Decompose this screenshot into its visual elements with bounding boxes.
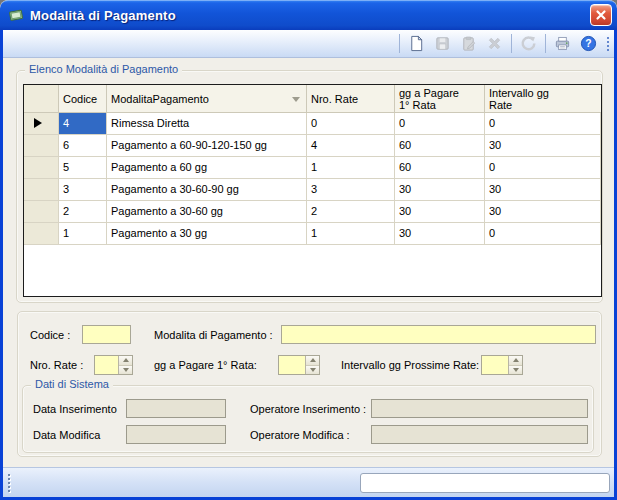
intervallo-field[interactable] [482, 356, 508, 374]
cell-codice[interactable]: 6 [59, 135, 107, 157]
row-selector[interactable] [24, 113, 59, 135]
spin-up-icon[interactable] [119, 356, 132, 365]
col-label: Rate [489, 99, 597, 111]
table-row[interactable]: 6 Pagamento a 60-90-120-150 gg 4 60 30 [24, 135, 601, 157]
row-selector[interactable] [24, 157, 59, 179]
new-button[interactable] [405, 32, 428, 55]
col-label: gg a Pagare [399, 87, 480, 99]
statusbar-grip-handle[interactable] [8, 474, 10, 492]
col-label: 1° Rata [399, 99, 480, 111]
row-selector[interactable] [24, 179, 59, 201]
cell-intervallo[interactable]: 30 [485, 201, 601, 223]
cell-codice[interactable]: 3 [59, 179, 107, 201]
delete-button[interactable] [483, 32, 506, 55]
edit-icon [460, 35, 477, 52]
print-button[interactable] [551, 32, 574, 55]
toolbar-overflow-handle[interactable] [605, 32, 611, 55]
client-area: Elenco Modalità di Pagamento Codice Moda… [3, 58, 614, 467]
cell-modalita[interactable]: Pagamento a 30-60 gg [107, 201, 307, 223]
operatore-inserimento-field [371, 399, 588, 418]
row-selector[interactable] [24, 135, 59, 157]
page-title: Modalità di Pagamento [30, 8, 176, 23]
sort-desc-icon [292, 97, 300, 102]
help-icon: ? [580, 35, 597, 52]
table-row[interactable]: 4 Rimessa Diretta 0 0 0 [24, 113, 601, 135]
toolbar-separator [399, 34, 400, 53]
statusbar-field[interactable] [360, 473, 610, 493]
cell-intervallo[interactable]: 30 [485, 135, 601, 157]
modalita-field[interactable] [281, 325, 596, 344]
cell-codice[interactable]: 2 [59, 201, 107, 223]
payment-app-icon [7, 6, 25, 24]
refresh-button[interactable] [517, 32, 540, 55]
save-button[interactable] [431, 32, 454, 55]
cell-gg-rata[interactable]: 30 [395, 179, 485, 201]
cell-gg-rata[interactable]: 30 [395, 223, 485, 245]
cell-codice[interactable]: 5 [59, 157, 107, 179]
row-selector[interactable] [24, 201, 59, 223]
spin-down-icon[interactable] [306, 365, 319, 375]
gg-rata-label: gg a Pagare 1° Rata: [154, 359, 257, 372]
cell-gg-rata[interactable]: 60 [395, 135, 485, 157]
payment-methods-grid: Codice ModalitaPagamento Nro. Rate gg a … [23, 84, 602, 297]
cell-nro-rate[interactable]: 2 [307, 201, 395, 223]
spin-up-icon[interactable] [306, 356, 319, 365]
col-header-intervallo[interactable]: Intervallo gg Rate [485, 85, 601, 113]
col-header-nro-rate[interactable]: Nro. Rate [307, 85, 395, 113]
cell-nro-rate[interactable]: 1 [307, 157, 395, 179]
cell-intervallo[interactable]: 0 [485, 223, 601, 245]
cell-modalita[interactable]: Pagamento a 60-90-120-150 gg [107, 135, 307, 157]
col-label: Codice [63, 93, 102, 105]
spin-down-icon[interactable] [509, 365, 522, 375]
cell-modalita[interactable]: Pagamento a 60 gg [107, 157, 307, 179]
gg-rata-field[interactable] [279, 356, 305, 374]
cell-intervallo[interactable]: 0 [485, 157, 601, 179]
row-selector[interactable] [24, 223, 59, 245]
nro-rate-field[interactable] [95, 356, 118, 374]
dati-sistema-label: Dati di Sistema [31, 378, 113, 390]
cell-modalita[interactable]: Rimessa Diretta [107, 113, 307, 135]
close-button[interactable] [590, 4, 612, 26]
cell-gg-rata[interactable]: 0 [395, 113, 485, 135]
svg-text:?: ? [585, 38, 591, 49]
toolbar-separator [511, 34, 512, 53]
cell-nro-rate[interactable]: 4 [307, 135, 395, 157]
edit-button[interactable] [457, 32, 480, 55]
elenco-group-label: Elenco Modalità di Pagamento [25, 63, 182, 75]
refresh-icon [520, 35, 537, 52]
cell-modalita[interactable]: Pagamento a 30-60-90 gg [107, 179, 307, 201]
delete-icon [486, 35, 503, 52]
cell-nro-rate[interactable]: 1 [307, 223, 395, 245]
gg-rata-stepper [278, 355, 320, 375]
cell-intervallo[interactable]: 30 [485, 179, 601, 201]
statusbar [3, 467, 614, 497]
col-header-modalita[interactable]: ModalitaPagamento [107, 85, 307, 113]
table-row[interactable]: 5 Pagamento a 60 gg 1 60 0 [24, 157, 601, 179]
cell-nro-rate[interactable]: 3 [307, 179, 395, 201]
cell-modalita[interactable]: Pagamento a 30 gg [107, 223, 307, 245]
cell-intervallo[interactable]: 0 [485, 113, 601, 135]
dati-sistema-groupbox: Dati di Sistema Data Inserimento Operato… [22, 385, 594, 453]
grid-corner-header [24, 85, 59, 113]
data-inserimento-label: Data Inserimento [33, 403, 117, 416]
spin-up-icon[interactable] [509, 356, 522, 365]
help-button[interactable]: ? [577, 32, 600, 55]
modalita-label: Modalita di Pagamento : [154, 329, 273, 342]
cell-gg-rata[interactable]: 30 [395, 201, 485, 223]
col-label: Nro. Rate [311, 93, 390, 105]
window-border [0, 30, 3, 500]
cell-nro-rate[interactable]: 0 [307, 113, 395, 135]
table-row[interactable]: 2 Pagamento a 30-60 gg 2 30 30 [24, 201, 601, 223]
app-window: Modalità di Pagamento [0, 0, 617, 500]
spin-down-icon[interactable] [119, 365, 132, 375]
cell-codice[interactable]: 4 [59, 113, 107, 135]
col-header-codice[interactable]: Codice [59, 85, 107, 113]
codice-label: Codice : [30, 329, 70, 342]
toolbar-separator [545, 34, 546, 53]
table-row[interactable]: 3 Pagamento a 30-60-90 gg 3 30 30 [24, 179, 601, 201]
cell-gg-rata[interactable]: 60 [395, 157, 485, 179]
codice-field[interactable] [82, 325, 131, 344]
cell-codice[interactable]: 1 [59, 223, 107, 245]
col-header-gg-pagare[interactable]: gg a Pagare 1° Rata [395, 85, 485, 113]
table-row[interactable]: 1 Pagamento a 30 gg 1 30 0 [24, 223, 601, 245]
